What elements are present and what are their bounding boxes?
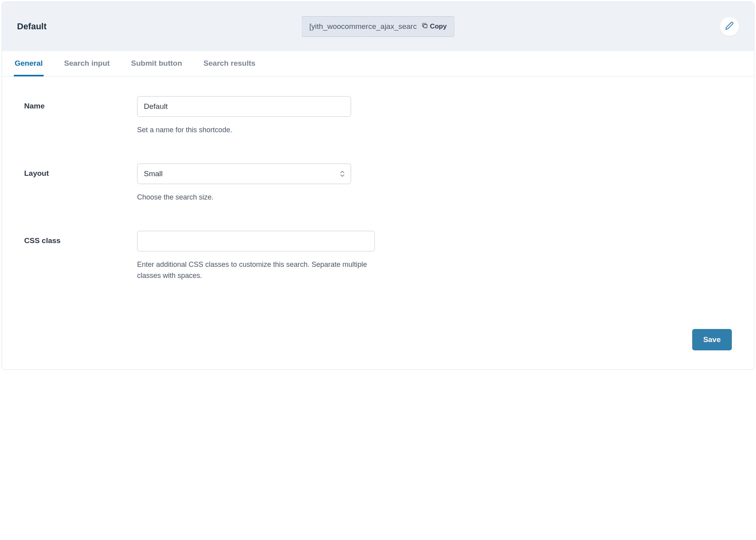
tab-search-results[interactable]: Search results	[203, 51, 256, 76]
pencil-icon	[725, 21, 734, 32]
tabs: General Search input Submit button Searc…	[2, 51, 754, 76]
shortcode-box: [yith_woocommerce_ajax_searc Copy	[302, 16, 454, 37]
css-class-input[interactable]	[137, 231, 375, 251]
css-class-help: Enter additional CSS classes to customiz…	[137, 259, 375, 281]
copy-icon	[422, 22, 428, 31]
header-title: Default	[17, 21, 47, 32]
layout-select-wrap: Small	[137, 164, 351, 184]
layout-select[interactable]: Small	[137, 164, 351, 184]
name-help: Set a name for this shortcode.	[137, 125, 351, 136]
name-label: Name	[24, 96, 137, 110]
shortcode-container: [yith_woocommerce_ajax_searc Copy	[302, 16, 454, 37]
layout-label: Layout	[24, 164, 137, 178]
css-class-label: CSS class	[24, 231, 137, 245]
shortcode-text: [yith_woocommerce_ajax_searc	[309, 22, 417, 31]
field-row-css-class: CSS class Enter additional CSS classes t…	[24, 231, 732, 281]
tab-search-input[interactable]: Search input	[63, 51, 111, 76]
field-row-name: Name Set a name for this shortcode.	[24, 96, 732, 136]
form-footer: Save	[2, 321, 754, 369]
copy-button[interactable]: Copy	[422, 22, 447, 31]
layout-field-wrap: Small Choose the search size.	[137, 164, 351, 203]
tab-general[interactable]: General	[14, 51, 44, 76]
copy-label: Copy	[430, 23, 447, 30]
settings-panel: Default [yith_woocommerce_ajax_searc Cop…	[2, 2, 754, 370]
tab-submit-button[interactable]: Submit button	[130, 51, 183, 76]
layout-help: Choose the search size.	[137, 192, 351, 203]
name-field-wrap: Set a name for this shortcode.	[137, 96, 351, 136]
field-row-layout: Layout Small Choose the search size.	[24, 164, 732, 203]
css-class-field-wrap: Enter additional CSS classes to customiz…	[137, 231, 375, 281]
layout-select-value: Small	[144, 169, 163, 178]
panel-header: Default [yith_woocommerce_ajax_searc Cop…	[2, 2, 754, 51]
name-input[interactable]	[137, 96, 351, 117]
form-body: Name Set a name for this shortcode. Layo…	[2, 76, 754, 321]
save-button[interactable]: Save	[692, 329, 732, 350]
edit-button[interactable]	[720, 17, 739, 36]
svg-rect-0	[424, 25, 428, 28]
